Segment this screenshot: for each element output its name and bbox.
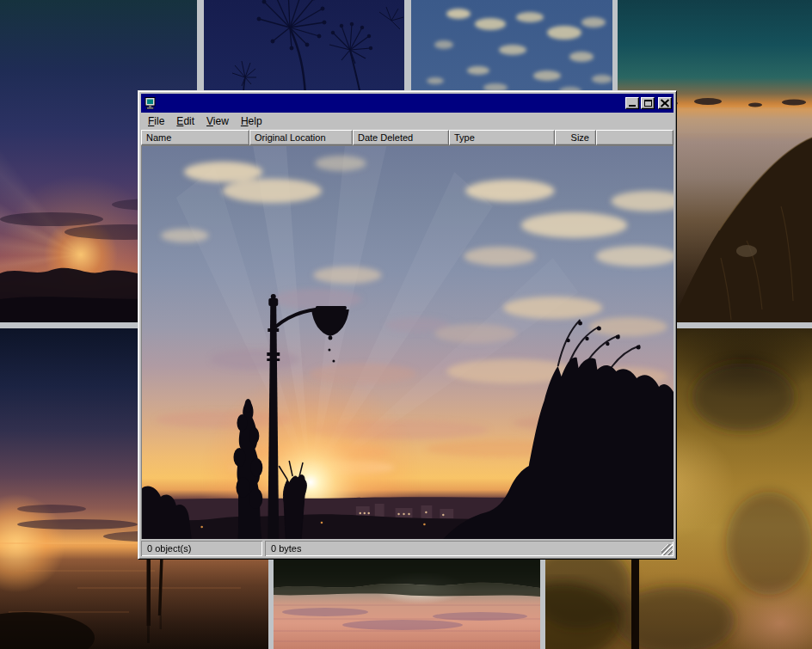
menu-help[interactable]: Help xyxy=(235,113,268,130)
minimize-icon xyxy=(629,105,636,107)
maximize-button[interactable] xyxy=(641,97,655,109)
status-bar: 0 object(s) 0 bytes xyxy=(141,539,674,556)
column-header-filler xyxy=(596,130,674,145)
window-titlebar[interactable] xyxy=(141,94,674,113)
close-button[interactable] xyxy=(658,97,672,109)
close-icon xyxy=(661,100,669,107)
maximize-icon xyxy=(644,100,652,107)
menu-edit[interactable]: Edit xyxy=(170,113,200,130)
minimize-button[interactable] xyxy=(625,97,639,109)
column-header-original-location[interactable]: Original Location xyxy=(249,130,353,145)
column-header-type[interactable]: Type xyxy=(449,130,555,145)
menu-file[interactable]: File xyxy=(142,113,170,130)
file-list-area[interactable] xyxy=(141,145,674,539)
resize-grip-icon[interactable] xyxy=(661,544,673,555)
column-header-date-deleted[interactable]: Date Deleted xyxy=(353,130,449,145)
column-header-row: Name Original Location Date Deleted Type… xyxy=(141,130,674,145)
recycle-bin-window: File Edit View Help Name Original Locati… xyxy=(138,90,677,560)
menu-view[interactable]: View xyxy=(200,113,235,130)
sunset-streetlamp-photo xyxy=(142,146,674,539)
status-bytes: 0 bytes xyxy=(265,541,674,556)
status-objects: 0 object(s) xyxy=(141,541,262,556)
computer-monitor-icon[interactable] xyxy=(144,96,157,110)
column-header-size[interactable]: Size xyxy=(555,130,596,145)
column-header-name[interactable]: Name xyxy=(141,130,249,145)
menu-bar: File Edit View Help xyxy=(141,113,674,130)
